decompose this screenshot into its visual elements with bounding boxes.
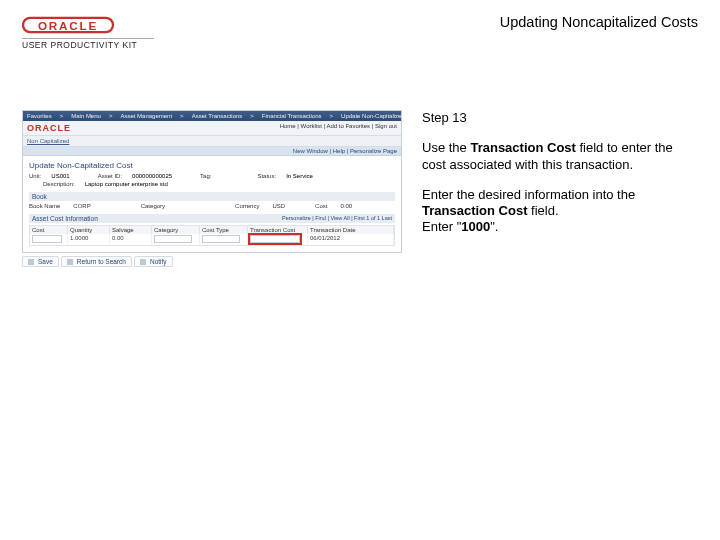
upk-subtitle: USER PRODUCTIVITY KIT: [22, 38, 154, 50]
app-screenshot: Favorites> Main Menu> Asset Management> …: [22, 110, 402, 267]
return-icon: [67, 259, 73, 265]
nav-bar: Favorites> Main Menu> Asset Management> …: [23, 111, 401, 121]
instruction-2: Enter the desired information into the T…: [422, 187, 698, 236]
save-button[interactable]: Save: [22, 256, 59, 267]
notify-button[interactable]: Notify: [134, 256, 173, 267]
link-signout[interactable]: Sign out: [375, 123, 397, 129]
bluebar-links[interactable]: New Window | Help | Personalize Page: [293, 148, 397, 154]
save-icon: [28, 259, 34, 265]
transaction-cost-input[interactable]: [250, 235, 300, 243]
link-worklist[interactable]: Worklist: [301, 123, 322, 129]
step-label: Step 13: [422, 110, 698, 126]
link-fav[interactable]: Add to Favorites: [326, 123, 370, 129]
svg-text:ORACLE: ORACLE: [38, 19, 98, 32]
brand-block: ORACLE USER PRODUCTIVITY KIT: [22, 14, 154, 50]
oracle-logo-small: ORACLE: [27, 123, 71, 133]
instruction-1: Use the Transaction Cost field to enter …: [422, 140, 698, 173]
oracle-logo: ORACLE: [22, 14, 154, 36]
form-title: Update Non-Capitalized Cost: [29, 161, 395, 170]
page-title: Updating Noncapitalized Costs: [500, 14, 698, 30]
book-section: Book: [29, 192, 395, 201]
link-home[interactable]: Home: [280, 123, 296, 129]
instruction-panel: Step 13 Use the Transaction Cost field t…: [422, 110, 698, 236]
notify-icon: [140, 259, 146, 265]
cost-grid: Cost Quantity Salvage Category Cost Type…: [29, 225, 395, 246]
return-to-search-button[interactable]: Return to Search: [61, 256, 132, 267]
asset-cost-section: Asset Cost Information Personalize | Fin…: [29, 214, 395, 223]
crumb-link[interactable]: Non Capitalized: [27, 138, 69, 144]
